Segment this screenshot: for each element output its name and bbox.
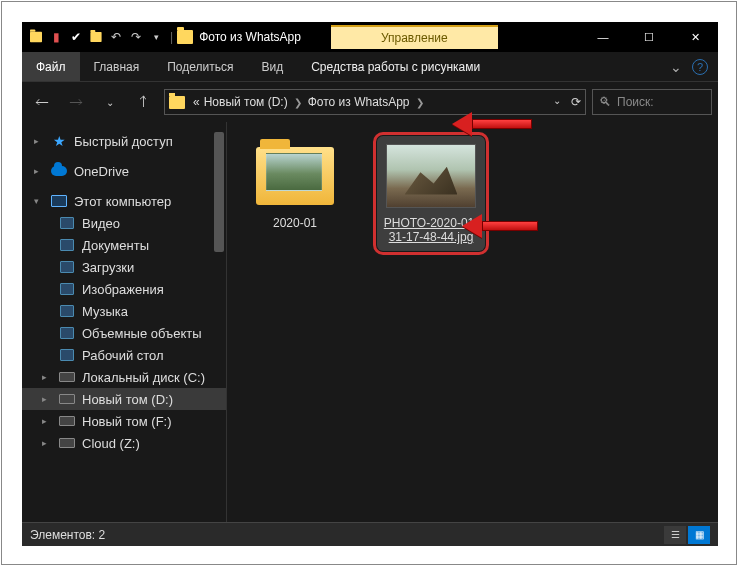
folder-icon [58, 281, 76, 297]
chevron-right-icon[interactable]: ▸ [34, 166, 44, 176]
file-list-pane[interactable]: 2020-01 PHOTO-2020-01-31-17-48-44.jpg [227, 122, 718, 522]
address-row: 🡐 🡒 ⌄ 🡑 « Новый том (D:) ❯ Фото из Whats… [22, 82, 718, 122]
nav-recent-dropdown[interactable]: ⌄ [96, 88, 124, 116]
qat-undo-icon[interactable]: ↶ [108, 29, 124, 45]
sidebar-item-label: Видео [82, 216, 120, 231]
sidebar-item-label: Рабочий стол [82, 348, 164, 363]
sidebar-onedrive[interactable]: ▸ OneDrive [22, 160, 226, 182]
sidebar-item-desktop[interactable]: Рабочий стол [22, 344, 226, 366]
chevron-right-icon[interactable]: ▸ [42, 416, 52, 426]
sidebar-item-label: Изображения [82, 282, 164, 297]
sidebar-item-label: Загрузки [82, 260, 134, 275]
sidebar-item-label: OneDrive [74, 164, 129, 179]
sidebar-item-label: Локальный диск (C:) [82, 370, 205, 385]
nav-up-button[interactable]: 🡑 [130, 88, 158, 116]
contextual-tab-header: Управление [331, 25, 498, 49]
drive-icon [58, 413, 76, 429]
help-icon[interactable]: ? [692, 59, 708, 75]
tab-view[interactable]: Вид [247, 52, 297, 81]
drive-icon [58, 435, 76, 451]
chevron-right-icon[interactable]: ▸ [34, 136, 44, 146]
maximize-button[interactable]: ☐ [626, 22, 672, 52]
folder-icon [58, 325, 76, 341]
drive-icon [58, 369, 76, 385]
sidebar-item-documents[interactable]: Документы [22, 234, 226, 256]
folder-small-icon [28, 29, 44, 45]
statusbar: Элементов: 2 ☰ ▦ [22, 522, 718, 546]
folder-icon [58, 215, 76, 231]
sidebar-item-label: Cloud (Z:) [82, 436, 140, 451]
chevron-right-icon[interactable]: ▸ [42, 372, 52, 382]
window-folder-icon [177, 30, 193, 44]
close-button[interactable]: ✕ [672, 22, 718, 52]
sidebar-item-label: Объемные объекты [82, 326, 202, 341]
tab-home[interactable]: Главная [80, 52, 154, 81]
qat-redo-icon[interactable]: ↷ [128, 29, 144, 45]
nav-forward-button[interactable]: 🡒 [62, 88, 90, 116]
sidebar-item-drive-c[interactable]: ▸Локальный диск (C:) [22, 366, 226, 388]
navigation-pane: ▸ ★ Быстрый доступ ▸ OneDrive ▾ Этот ком… [22, 122, 227, 522]
qat-dropdown-icon[interactable]: ▾ [148, 29, 164, 45]
sidebar-item-label: Быстрый доступ [74, 134, 173, 149]
annotation-arrow [462, 214, 538, 238]
chevron-right-icon[interactable]: ❯ [290, 97, 306, 108]
sidebar-item-videos[interactable]: Видео [22, 212, 226, 234]
breadcrumb-2[interactable]: Фото из WhatsApp [306, 95, 412, 109]
sidebar-item-label: Новый том (F:) [82, 414, 172, 429]
window-title: Фото из WhatsApp [199, 30, 301, 44]
folder-icon [58, 237, 76, 253]
sidebar-item-downloads[interactable]: Загрузки [22, 256, 226, 278]
cloud-icon [50, 163, 68, 179]
annotation-arrow [452, 112, 532, 136]
refresh-icon[interactable]: ⟳ [571, 95, 581, 109]
titlebar: ▮ ✔ ↶ ↷ ▾ | Фото из WhatsApp Управление … [22, 22, 718, 52]
qat-properties-icon[interactable]: ▮ [48, 29, 64, 45]
view-icons-button[interactable]: ▦ [688, 526, 710, 544]
search-placeholder: Поиск: [617, 95, 654, 109]
sidebar-item-pictures[interactable]: Изображения [22, 278, 226, 300]
chevron-down-icon[interactable]: ▾ [34, 196, 44, 206]
folder-icon [58, 303, 76, 319]
sidebar-item-label: Новый том (D:) [82, 392, 173, 407]
sidebar-item-label: Музыка [82, 304, 128, 319]
sidebar-item-label: Документы [82, 238, 149, 253]
sidebar-item-music[interactable]: Музыка [22, 300, 226, 322]
scrollbar-thumb[interactable] [214, 132, 224, 252]
sidebar-item-drive-d[interactable]: ▸Новый том (D:) [22, 388, 226, 410]
item-label: 2020-01 [273, 216, 317, 230]
list-item[interactable]: 2020-01 [241, 136, 349, 236]
sidebar-item-drive-f[interactable]: ▸Новый том (F:) [22, 410, 226, 432]
drive-icon [58, 391, 76, 407]
sidebar-item-3dobjects[interactable]: Объемные объекты [22, 322, 226, 344]
search-icon: 🔍︎ [599, 95, 611, 109]
qat-newfolder-icon[interactable] [88, 29, 104, 45]
view-details-button[interactable]: ☰ [664, 526, 686, 544]
address-dropdown-icon[interactable]: ⌄ [553, 95, 561, 109]
folder-icon [58, 259, 76, 275]
item-count: Элементов: 2 [30, 528, 105, 542]
folder-icon [256, 147, 334, 205]
sidebar-this-pc[interactable]: ▾ Этот компьютер [22, 190, 226, 212]
breadcrumb-prefix: « [191, 95, 202, 109]
minimize-button[interactable]: — [580, 22, 626, 52]
tab-share[interactable]: Поделиться [153, 52, 247, 81]
star-icon: ★ [50, 133, 68, 149]
chevron-right-icon[interactable]: ❯ [412, 97, 428, 108]
sidebar-item-drive-z[interactable]: ▸Cloud (Z:) [22, 432, 226, 454]
sidebar-quick-access[interactable]: ▸ ★ Быстрый доступ [22, 130, 226, 152]
tab-picture-tools[interactable]: Средства работы с рисунками [297, 52, 494, 81]
tab-file[interactable]: Файл [22, 52, 80, 81]
sidebar-item-label: Этот компьютер [74, 194, 171, 209]
address-folder-icon [169, 96, 185, 109]
explorer-window: ▮ ✔ ↶ ↷ ▾ | Фото из WhatsApp Управление … [22, 22, 718, 546]
pc-icon [50, 193, 68, 209]
ribbon-collapse-icon[interactable]: ⌄ [670, 59, 682, 75]
chevron-right-icon[interactable]: ▸ [42, 438, 52, 448]
breadcrumb-1[interactable]: Новый том (D:) [202, 95, 290, 109]
search-input[interactable]: 🔍︎ Поиск: [592, 89, 712, 115]
nav-back-button[interactable]: 🡐 [28, 88, 56, 116]
qat-check-icon[interactable]: ✔ [68, 29, 84, 45]
image-thumbnail [386, 144, 476, 208]
chevron-right-icon[interactable]: ▸ [42, 394, 52, 404]
folder-icon [58, 347, 76, 363]
